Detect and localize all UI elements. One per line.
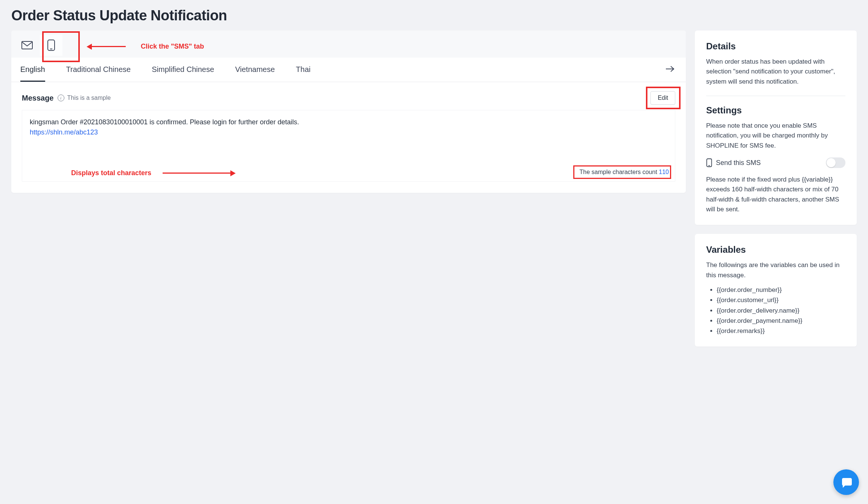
divider — [706, 96, 845, 96]
variables-list: {{order.order_number}} {{order.customer_… — [706, 285, 845, 336]
phone-icon — [47, 39, 55, 51]
channel-tabs: Click the "SMS" tab — [11, 31, 686, 58]
variable-item: {{order.order_delivery.name}} — [717, 305, 845, 316]
send-sms-label: Send this SMS — [716, 159, 761, 167]
tab-sms[interactable] — [40, 35, 62, 56]
page-title: Order Status Update Notification — [11, 8, 857, 24]
annotation-sms-label: Click the "SMS" tab — [141, 43, 204, 50]
message-section: Message i This is a sample Edit kingsman… — [11, 82, 686, 193]
message-link[interactable]: https://shln.me/abc123 — [30, 128, 98, 136]
svg-rect-0 — [22, 41, 32, 49]
annotation-count-label: Displays total characters — [71, 168, 151, 178]
character-count: The sample characters count 110 — [580, 168, 669, 177]
char-count-label: The sample characters count — [580, 169, 659, 175]
annotation-count-arrow: Displays total characters — [71, 168, 236, 178]
language-tabs: English Traditional Chinese Simplified C… — [11, 58, 686, 82]
variable-item: {{order.order_number}} — [717, 285, 845, 295]
sample-hint: This is a sample — [67, 95, 111, 101]
info-icon[interactable]: i — [58, 95, 64, 101]
lang-tab-simplified-chinese[interactable]: Simplified Chinese — [152, 58, 214, 82]
lang-tabs-next[interactable] — [663, 58, 677, 81]
lang-tab-thai[interactable]: Thai — [296, 58, 311, 82]
settings-note: Please note if the fixed word plus {{var… — [706, 175, 845, 214]
details-card: Details When order status has been updat… — [695, 31, 857, 225]
send-sms-toggle[interactable] — [826, 157, 845, 168]
main-panel: Click the "SMS" tab English Traditional … — [11, 31, 686, 193]
settings-text: Please note that once you enable SMS not… — [706, 121, 845, 151]
variable-item: {{order.remarks}} — [717, 326, 845, 336]
variable-item: {{order.order_payment.name}} — [717, 316, 845, 326]
tab-email[interactable] — [16, 35, 38, 56]
message-heading: Message — [22, 94, 54, 102]
settings-heading: Settings — [706, 105, 845, 116]
variable-item: {{order.customer_url}} — [717, 295, 845, 305]
annotation-sms-arrow: Click the "SMS" tab — [87, 43, 204, 50]
variables-heading: Variables — [706, 244, 845, 255]
mail-icon — [21, 41, 33, 49]
lang-tab-traditional-chinese[interactable]: Traditional Chinese — [66, 58, 131, 82]
phone-small-icon — [706, 158, 712, 167]
lang-tab-english[interactable]: English — [20, 58, 45, 82]
edit-button[interactable]: Edit — [650, 91, 675, 105]
details-heading: Details — [706, 41, 845, 52]
message-body: kingsman Order #20210830100010001 is con… — [22, 110, 675, 182]
variables-card: Variables The followings are the variabl… — [695, 234, 857, 347]
variables-intro: The followings are the variables can be … — [706, 260, 845, 280]
char-count-value: 110 — [659, 169, 669, 175]
arrow-right-icon — [665, 66, 675, 72]
details-text: When order status has been updated with … — [706, 57, 845, 87]
lang-tab-vietnamese[interactable]: Vietnamese — [235, 58, 275, 82]
message-text: kingsman Order #20210830100010001 is con… — [30, 118, 299, 126]
